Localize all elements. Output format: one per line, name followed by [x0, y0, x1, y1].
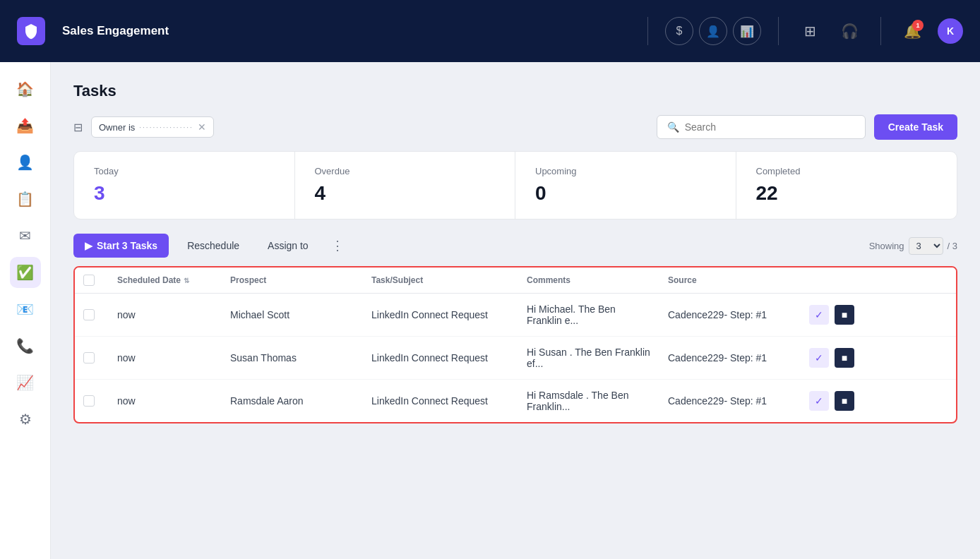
start-tasks-button[interactable]: ▶ Start 3 Tasks — [73, 234, 169, 258]
nav-divider-2 — [778, 17, 779, 45]
complete-task-button-1[interactable]: ✓ — [809, 305, 829, 325]
main-layout: 🏠 📤 👤 📋 ✉ ✅ 📧 📞 📈 ⚙ Tasks ⊟ Owner is ···… — [0, 62, 980, 559]
assign-to-button[interactable]: Assign to — [258, 234, 318, 258]
row-checkbox-1[interactable] — [83, 309, 95, 320]
stat-card-today: Today 3 — [74, 152, 295, 219]
start-tasks-label: Start 3 Tasks — [97, 240, 157, 251]
select-all-checkbox[interactable] — [83, 275, 95, 286]
stat-card-overdue: Overdue 4 — [295, 152, 516, 219]
create-task-button[interactable]: Create Task — [874, 114, 957, 140]
showing-total: / 3 — [948, 241, 957, 251]
td-prospect-1: Michael Scott — [222, 309, 363, 320]
filter-chip-value: ················ — [139, 124, 193, 131]
showing-count-select[interactable]: 3 10 25 — [909, 237, 943, 255]
notification-badge: 1 — [912, 20, 924, 31]
td-source-1: Cadence229- Step: #1 — [659, 309, 801, 320]
th-prospect-label: Prospect — [230, 275, 266, 285]
row-checkbox-2[interactable] — [83, 352, 95, 363]
apps-grid-icon[interactable]: ⊞ — [796, 17, 824, 45]
td-scheduled-date-1: now — [109, 309, 222, 320]
sidebar-item-contacts[interactable]: 👤 — [10, 147, 41, 178]
reschedule-button[interactable]: Reschedule — [177, 234, 249, 258]
filter-bar: ⊟ Owner is ················ ✕ 🔍 Create T… — [73, 114, 957, 140]
stat-label-overdue: Overdue — [315, 166, 496, 176]
linkedin-button-2[interactable]: ■ — [835, 348, 854, 368]
notification-bell[interactable]: 🔔 1 — [898, 17, 926, 45]
search-input[interactable] — [685, 121, 855, 133]
th-task-subject-label: Task/Subject — [371, 275, 423, 285]
nav-icon-group: $ 👤 📊 — [665, 17, 761, 45]
stat-label-completed: Completed — [756, 166, 938, 176]
headset-icon[interactable]: 🎧 — [835, 17, 864, 45]
filter-chip-owner[interactable]: Owner is ················ ✕ — [91, 116, 214, 138]
app-logo — [17, 17, 45, 45]
stat-value-completed: 22 — [756, 182, 938, 205]
td-comments-3: Hi Ramsdale . The Ben Franklin... — [518, 390, 659, 412]
sidebar-item-email[interactable]: 📧 — [10, 294, 41, 325]
td-scheduled-date-3: now — [109, 395, 222, 407]
complete-task-button-2[interactable]: ✓ — [809, 348, 829, 368]
sidebar-item-reports[interactable]: 📋 — [10, 184, 41, 215]
th-checkbox — [75, 275, 109, 286]
th-scheduled-date: Scheduled Date ⇅ — [109, 275, 222, 286]
chart-icon-btn[interactable]: 📊 — [733, 17, 761, 45]
sidebar-item-phone[interactable]: 📞 — [10, 330, 41, 361]
nav-divider-3 — [880, 17, 881, 45]
sidebar-item-home[interactable]: 🏠 — [10, 73, 41, 104]
nav-divider-1 — [647, 17, 648, 45]
td-task-subject-2: LinkedIn Connect Request — [363, 352, 518, 363]
stat-value-today: 3 — [94, 182, 275, 205]
row-checkbox-3[interactable] — [83, 395, 95, 407]
th-source: Source — [659, 275, 801, 286]
td-source-3: Cadence229- Step: #1 — [659, 395, 801, 407]
linkedin-button-1[interactable]: ■ — [835, 305, 854, 325]
th-prospect: Prospect — [222, 275, 363, 286]
td-actions-3: ✓ ■ — [801, 391, 956, 411]
td-checkbox-2 — [75, 352, 109, 363]
td-task-subject-1: LinkedIn Connect Request — [363, 309, 518, 320]
td-checkbox-3 — [75, 395, 109, 407]
showing-label: Showing 3 10 25 / 3 — [869, 237, 957, 255]
person-icon-btn[interactable]: 👤 — [699, 17, 727, 45]
th-actions — [801, 275, 956, 286]
sidebar-item-upload[interactable]: 📤 — [10, 110, 41, 141]
complete-task-button-3[interactable]: ✓ — [809, 391, 829, 411]
stat-value-upcoming: 0 — [535, 182, 716, 205]
td-source-2: Cadence229- Step: #1 — [659, 352, 801, 363]
stat-value-overdue: 4 — [315, 182, 496, 205]
td-scheduled-date-2: now — [109, 352, 222, 363]
sidebar-item-analytics[interactable]: 📈 — [10, 367, 41, 398]
main-content: Tasks ⊟ Owner is ················ ✕ 🔍 Cr… — [51, 62, 980, 559]
linkedin-button-3[interactable]: ■ — [835, 391, 854, 411]
sidebar-item-send[interactable]: ✉ — [10, 220, 41, 251]
td-prospect-2: Susan Thomas — [222, 352, 363, 363]
dollar-icon-btn[interactable]: $ — [665, 17, 693, 45]
th-scheduled-date-label: Scheduled Date — [117, 275, 181, 285]
sort-icon-scheduled[interactable]: ⇅ — [184, 277, 189, 284]
search-box[interactable]: 🔍 — [657, 115, 866, 139]
th-comments: Comments — [518, 275, 659, 286]
filter-chip-close-icon[interactable]: ✕ — [198, 121, 206, 133]
td-comments-2: Hi Susan . The Ben Franklin ef... — [518, 347, 659, 369]
table-row: now Susan Thomas LinkedIn Connect Reques… — [75, 337, 956, 380]
stat-card-completed: Completed 22 — [736, 152, 957, 219]
play-icon: ▶ — [85, 240, 92, 251]
filter-icon: ⊟ — [73, 121, 83, 134]
sidebar-item-settings[interactable]: ⚙ — [10, 404, 41, 435]
more-options-button[interactable]: ⋮ — [327, 234, 348, 258]
td-checkbox-1 — [75, 309, 109, 320]
td-prospect-3: Ramsdale Aaron — [222, 395, 363, 407]
user-avatar[interactable]: K — [938, 18, 963, 44]
stat-label-upcoming: Upcoming — [535, 166, 716, 176]
top-navigation: Sales Engagement $ 👤 📊 ⊞ 🎧 🔔 1 K — [0, 0, 980, 62]
search-icon: 🔍 — [667, 121, 679, 133]
td-task-subject-3: LinkedIn Connect Request — [363, 395, 518, 407]
page-title: Tasks — [73, 82, 957, 100]
showing-text: Showing — [869, 241, 904, 251]
sidebar: 🏠 📤 👤 📋 ✉ ✅ 📧 📞 📈 ⚙ — [0, 62, 51, 559]
table-row: now Michael Scott LinkedIn Connect Reque… — [75, 294, 956, 337]
td-comments-1: Hi Michael. The Ben Franklin e... — [518, 303, 659, 326]
sidebar-item-tasks[interactable]: ✅ — [10, 257, 41, 288]
filter-chip-label: Owner is — [99, 122, 135, 133]
stat-card-upcoming: Upcoming 0 — [515, 152, 736, 219]
